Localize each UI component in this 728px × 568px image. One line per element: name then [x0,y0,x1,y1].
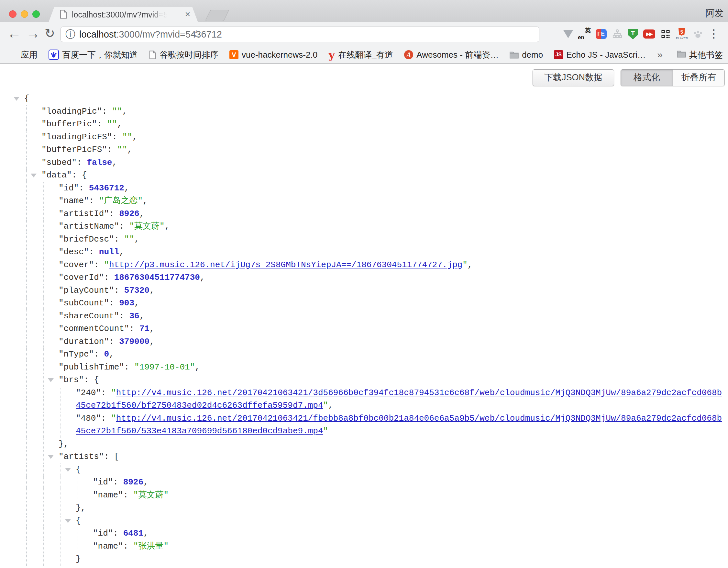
bookmarks-items: 应用百度一下，你就知道谷歌按时间排序Vvue-hackernews-2.0y在线… [0,49,657,61]
indent-guide [26,336,27,349]
bookmark-label: vue-hackernews-2.0 [242,50,317,60]
browser-tab[interactable]: localhost:3000/mv?mvid=5436 × [49,7,198,22]
indent-guide [26,515,27,528]
baidu-paw-icon [49,50,59,60]
qr-code-icon[interactable] [661,29,670,39]
json-line: "bufferPic": "", [0,118,728,131]
collapse-triangle-icon[interactable] [65,519,71,523]
fast-forward-icon[interactable]: ▶▶ [643,29,655,39]
collapse-all-button[interactable]: 折叠所有 [673,70,725,86]
sitemap-icon[interactable] [612,29,623,39]
browser-window: localhost:3000/mv?mvid=5436 × 阿发 ← → ↻ ⓘ… [0,0,728,568]
html5-player-icon[interactable]: 5PLAYER [676,28,688,40]
new-tab-button[interactable] [205,10,229,21]
zoom-window-button[interactable] [32,10,40,18]
collapse-triangle-icon[interactable] [48,378,54,382]
indent-guide [26,220,27,233]
indent-guide [78,540,78,553]
json-line: "artistName": "莫文蔚", [0,220,728,233]
indent-guide [43,233,44,246]
other-bookmarks-folder[interactable]: 其他书签 [677,49,723,61]
indent-guide [61,502,61,515]
bookmark-item[interactable]: JSEcho JS - JavaScri… [554,50,646,60]
json-line: "coverId": 18676304511774730, [0,271,728,284]
bookmark-label: 在线翻译_有道 [338,49,393,61]
fe-icon[interactable]: FE [596,29,607,39]
bookmark-item[interactable]: demo [510,50,543,60]
bookmark-item[interactable]: 谷歌按时间排序 [149,49,218,61]
json-line: "shareCount": 36, [0,310,728,323]
paw-icon[interactable] [693,29,703,39]
url-host: localhost [79,29,116,40]
json-line: "id": 5436712, [0,182,728,195]
format-button[interactable]: 格式化 [621,70,673,86]
bookmark-item[interactable]: AAwesomes - 前端资… [404,49,499,61]
titlebar: localhost:3000/mv?mvid=5436 × 阿发 [0,0,728,22]
indent-guide [26,361,27,374]
bookmarks-overflow-icon[interactable]: » [657,49,663,60]
collapse-triangle-icon[interactable] [48,455,54,459]
bookmarks-bar: 应用百度一下，你就知道谷歌按时间排序Vvue-hackernews-2.0y在线… [0,46,728,64]
apps-grid-icon [9,50,17,59]
folder-icon [510,51,519,59]
echojs-icon: JS [554,50,563,59]
indent-guide [61,553,61,566]
indent-guide [26,259,27,272]
bookmark-label: Echo JS - JavaScri… [566,50,646,60]
page-info-icon[interactable]: ⓘ [65,28,75,41]
bookmark-star-icon[interactable]: ☆ [192,22,201,46]
translate-icon[interactable]: 英en [579,28,590,40]
collapse-triangle-icon[interactable] [65,468,71,472]
download-json-button[interactable]: 下载JSON数据 [533,69,614,86]
bookmark-item[interactable]: 应用 [9,49,38,61]
format-collapse-segmented: 格式化 折叠所有 [621,69,725,86]
indent-guide [61,527,61,540]
json-link[interactable]: 45ce72b1f560/533e4183a709699d566180ed0cd… [76,426,323,436]
json-line: "cover": "http://p3.music.126.net/ijUg7s… [0,259,728,272]
json-line: "id": 8926, [0,476,728,489]
indent-guide [43,553,44,566]
folder-icon-slot [677,50,686,60]
indent-guide [43,387,44,400]
indent-guide [43,310,44,323]
tampermonkey-shield-icon[interactable]: T [628,29,638,39]
vue-gray-icon[interactable] [563,30,573,38]
back-icon[interactable]: ← [7,22,21,46]
json-line: { [0,515,728,528]
json-line: 45ce72b1f560/bf2750483ed02d4c6263dffefa5… [0,399,728,412]
tab-close-icon[interactable]: × [185,9,190,19]
close-window-button[interactable] [9,10,17,18]
indent-guide [78,527,78,540]
bookmark-item[interactable]: 百度一下，你就知道 [49,49,138,61]
indent-guide [43,476,44,489]
reload-icon[interactable]: ↻ [45,22,55,46]
bookmark-item[interactable]: Vvue-hackernews-2.0 [229,50,317,60]
indent-guide [61,540,61,553]
indent-guide [26,246,27,259]
page-favicon-icon [60,10,67,19]
browser-menu-icon[interactable]: ⋮ [708,22,720,46]
indent-guide [26,425,27,438]
json-link[interactable]: 45ce72b1f560/bf2750483ed02d4c6263dffefa5… [76,401,323,410]
indent-guide [26,502,27,515]
indent-guide [43,348,44,361]
indent-guide [26,310,27,323]
indent-guide [43,451,44,463]
json-link[interactable]: http://p3.music.126.net/ijUg7s_2S8GMbTNs… [109,260,462,270]
indent-guide [26,399,27,412]
json-link[interactable]: http://v4.music.126.net/20170421063421/f… [116,414,722,423]
address-bar[interactable]: ⓘ localhost :3000/mv?mvid=5436712 [61,27,539,42]
collapse-triangle-icon[interactable] [14,97,19,101]
indent-guide [26,438,27,451]
minimize-window-button[interactable] [21,10,28,18]
extensions: 英enFET▶▶5PLAYER [563,22,703,46]
indent-guide [26,131,27,144]
collapse-triangle-icon[interactable] [31,173,37,177]
indent-guide [26,387,27,400]
json-link[interactable]: http://v4.music.126.net/20170421063421/3… [116,388,722,398]
forward-icon[interactable]: → [26,22,40,46]
json-viewer: {"loadingPic": "","bufferPic": "","loadi… [0,92,728,566]
bookmark-item[interactable]: y在线翻译_有道 [328,49,393,61]
json-line: "desc": null, [0,246,728,259]
indent-guide [43,182,44,195]
